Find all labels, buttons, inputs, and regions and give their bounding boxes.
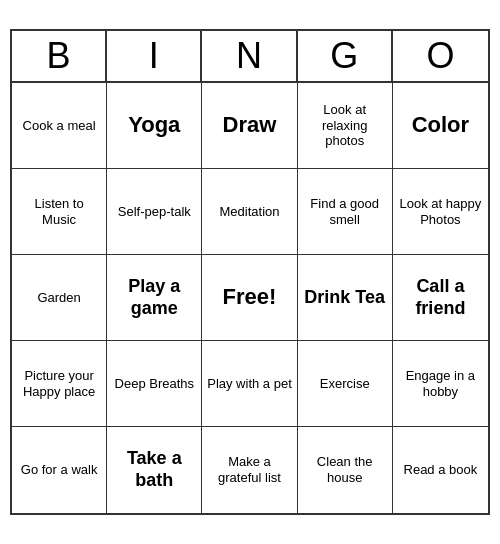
bingo-grid: Cook a mealYogaDrawLook at relaxing phot… [12, 83, 488, 513]
bingo-header: BINGO [12, 31, 488, 83]
bingo-cell: Listen to Music [12, 169, 107, 255]
bingo-card: BINGO Cook a mealYogaDrawLook at relaxin… [10, 29, 490, 515]
bingo-cell: Go for a walk [12, 427, 107, 513]
bingo-cell: Make a grateful list [202, 427, 297, 513]
bingo-cell: Garden [12, 255, 107, 341]
bingo-cell: Free! [202, 255, 297, 341]
bingo-cell: Play with a pet [202, 341, 297, 427]
header-letter: G [298, 31, 393, 81]
bingo-cell: Read a book [393, 427, 488, 513]
bingo-cell: Drink Tea [298, 255, 393, 341]
header-letter: I [107, 31, 202, 81]
bingo-cell: Color [393, 83, 488, 169]
bingo-cell: Self-pep-talk [107, 169, 202, 255]
header-letter: N [202, 31, 297, 81]
bingo-cell: Cook a meal [12, 83, 107, 169]
bingo-cell: Look at happy Photos [393, 169, 488, 255]
bingo-cell: Look at relaxing photos [298, 83, 393, 169]
bingo-cell: Call a friend [393, 255, 488, 341]
bingo-cell: Play a game [107, 255, 202, 341]
bingo-cell: Picture your Happy place [12, 341, 107, 427]
bingo-cell: Draw [202, 83, 297, 169]
bingo-cell: Yoga [107, 83, 202, 169]
bingo-cell: Deep Breaths [107, 341, 202, 427]
header-letter: B [12, 31, 107, 81]
bingo-cell: Exercise [298, 341, 393, 427]
bingo-cell: Meditation [202, 169, 297, 255]
bingo-cell: Find a good smell [298, 169, 393, 255]
bingo-cell: Engage in a hobby [393, 341, 488, 427]
bingo-cell: Take a bath [107, 427, 202, 513]
header-letter: O [393, 31, 488, 81]
bingo-cell: Clean the house [298, 427, 393, 513]
